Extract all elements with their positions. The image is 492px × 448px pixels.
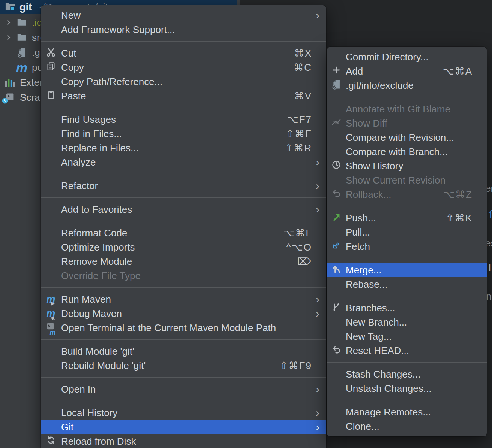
- chevron-right-icon[interactable]: [2, 19, 15, 26]
- menu-separator: [40, 401, 326, 401]
- menu-item-new-tag[interactable]: New Tag...: [327, 329, 487, 343]
- menu-item-reformat-code[interactable]: Reformat Code⌥⌘L: [40, 226, 326, 240]
- menu-item-fetch[interactable]: Fetch: [327, 239, 487, 254]
- menu-item-find-usages[interactable]: Find Usages⌥F7: [40, 112, 326, 127]
- menu-item-copy[interactable]: Copy⌘C: [40, 60, 326, 75]
- clock-icon: [332, 160, 341, 172]
- merge-icon: [332, 264, 341, 276]
- menu-item-compare-with-branch[interactable]: Compare with Branch...: [327, 145, 487, 159]
- shortcut: ⌘C: [294, 62, 321, 73]
- menu-separator: [40, 108, 326, 108]
- shortcut: ^⌥O: [286, 242, 321, 253]
- menu-item-pull[interactable]: Pull...: [327, 225, 487, 239]
- submenu-arrow-icon: ›: [316, 204, 321, 215]
- menu-item-show-current-revision: Show Current Revision: [327, 173, 487, 187]
- undo-icon: [332, 188, 341, 201]
- menu-item-git[interactable]: Git›: [40, 420, 326, 434]
- menu-separator: [327, 362, 487, 363]
- menu-item-add-to-favorites[interactable]: Add to Favorites›: [40, 202, 326, 217]
- menu-separator: [327, 206, 487, 206]
- shortcut: ⇧⌘F: [286, 128, 321, 140]
- menu-item-show-history[interactable]: Show History: [327, 159, 487, 173]
- menu-item-remove-module[interactable]: Remove Module⌦: [40, 254, 326, 269]
- menu-item-add-framework-support[interactable]: Add Framework Support...: [40, 22, 326, 37]
- folder-icon: [15, 18, 28, 27]
- menu-item-git-exclude[interactable]: .git/info/exclude: [327, 78, 487, 93]
- submenu-arrow-icon: ›: [316, 157, 321, 168]
- submenu-arrow-icon: ›: [316, 180, 321, 191]
- menu-separator: [40, 197, 326, 198]
- menu-item-local-history[interactable]: Local History›: [40, 406, 326, 420]
- menu-item-new-branch[interactable]: New Branch...: [327, 315, 487, 329]
- shortcut: ⌥⌘Z: [443, 189, 482, 200]
- menu-item-compare-with-revision[interactable]: Compare with Revision...: [327, 130, 487, 145]
- menu-item-git-add[interactable]: Add⌥⌘A: [327, 64, 487, 78]
- menu-item-clone[interactable]: Clone...: [327, 419, 487, 433]
- background-text-fragment: n: [486, 291, 491, 302]
- shortcut: ⌥⌘L: [284, 227, 321, 239]
- terminal-maven-icon: m: [46, 322, 56, 334]
- menu-item-reset-head[interactable]: Reset HEAD...: [327, 343, 487, 358]
- project-root-name: git: [20, 1, 32, 13]
- menu-item-merge[interactable]: Merge...: [327, 263, 487, 277]
- maven-debug-icon: m: [46, 308, 55, 320]
- submenu-arrow-icon: ›: [316, 294, 321, 305]
- background-icon-fragment: ⇧: [487, 208, 492, 221]
- background-text-fragment: l: [489, 262, 491, 274]
- maven-icon: m: [15, 61, 28, 74]
- menu-separator: [40, 339, 326, 340]
- menu-item-refactor[interactable]: Refactor›: [40, 179, 326, 193]
- menu-item-cut[interactable]: Cut⌘X: [40, 46, 326, 60]
- menu-separator: [327, 400, 487, 400]
- context-menu: New› Add Framework Support... Cut⌘X Copy…: [40, 5, 326, 448]
- push-arrow-icon: [332, 212, 341, 224]
- shortcut: ⇧⌘F9: [280, 360, 321, 372]
- folder-icon: [15, 33, 28, 42]
- menu-separator: [40, 377, 326, 378]
- menu-item-optimize-imports[interactable]: Optimize Imports^⌥O: [40, 240, 326, 254]
- git-submenu: Commit Directory... Add⌥⌘A .git/info/exc…: [327, 47, 487, 436]
- menu-item-debug-maven[interactable]: mDebug Maven›: [40, 306, 326, 321]
- shortcut: ⌦: [297, 256, 321, 267]
- menu-separator: [327, 258, 487, 258]
- chevron-right-icon[interactable]: [2, 34, 15, 41]
- menu-item-reload-from-disk[interactable]: Reload from Disk: [40, 434, 326, 448]
- menu-item-find-in-files[interactable]: Find in Files...⇧⌘F: [40, 127, 326, 141]
- menu-item-annotate-git-blame: Annotate with Git Blame: [327, 102, 487, 116]
- shortcut: ⌘V: [294, 90, 321, 102]
- menu-item-open-in[interactable]: Open In›: [40, 382, 326, 396]
- diff-icon: [331, 118, 342, 129]
- menu-item-unstash-changes[interactable]: Unstash Changes...: [327, 381, 487, 396]
- menu-item-copy-path-reference[interactable]: Copy Path/Reference...: [40, 75, 326, 89]
- menu-separator: [327, 296, 487, 296]
- menu-item-commit-directory[interactable]: Commit Directory...: [327, 50, 487, 64]
- menu-separator: [40, 287, 326, 288]
- menu-separator: [40, 221, 326, 221]
- menu-item-stash-changes[interactable]: Stash Changes...: [327, 367, 487, 381]
- menu-item-run-maven[interactable]: mRun Maven›: [40, 292, 326, 306]
- shortcut: ⌥F7: [287, 114, 321, 125]
- menu-item-branches[interactable]: Branches...: [327, 301, 487, 315]
- submenu-arrow-icon: ›: [316, 308, 321, 319]
- library-icon: [3, 78, 16, 87]
- menu-item-rebuild-module[interactable]: Rebuild Module 'git'⇧⌘F9: [40, 358, 326, 373]
- maven-run-icon: m: [46, 294, 55, 305]
- submenu-arrow-icon: ›: [316, 407, 321, 418]
- branch-icon: [332, 302, 341, 314]
- menu-item-open-terminal-maven[interactable]: mOpen Terminal at the Current Maven Modu…: [40, 321, 326, 335]
- menu-item-build-module[interactable]: Build Module 'git': [40, 344, 326, 358]
- menu-item-override-file-type: Override File Type: [40, 269, 326, 283]
- menu-item-manage-remotes[interactable]: Manage Remotes...: [327, 405, 487, 419]
- menu-item-new[interactable]: New›: [40, 8, 326, 22]
- menu-item-paste[interactable]: Paste⌘V: [40, 89, 326, 103]
- menu-item-rebase[interactable]: Rebase...: [327, 277, 487, 291]
- project-folder-icon: [5, 1, 15, 13]
- copy-icon: [46, 61, 56, 74]
- menu-item-rollback: Rollback...⌥⌘Z: [327, 187, 487, 202]
- menu-item-analyze[interactable]: Analyze›: [40, 155, 326, 169]
- plus-icon: [332, 66, 341, 77]
- menu-item-replace-in-files[interactable]: Replace in Files...⇧⌘R: [40, 141, 326, 155]
- shortcut: ⇧⌘R: [285, 142, 321, 154]
- shortcut: ⇧⌘K: [446, 212, 482, 224]
- menu-item-push[interactable]: Push...⇧⌘K: [327, 211, 487, 225]
